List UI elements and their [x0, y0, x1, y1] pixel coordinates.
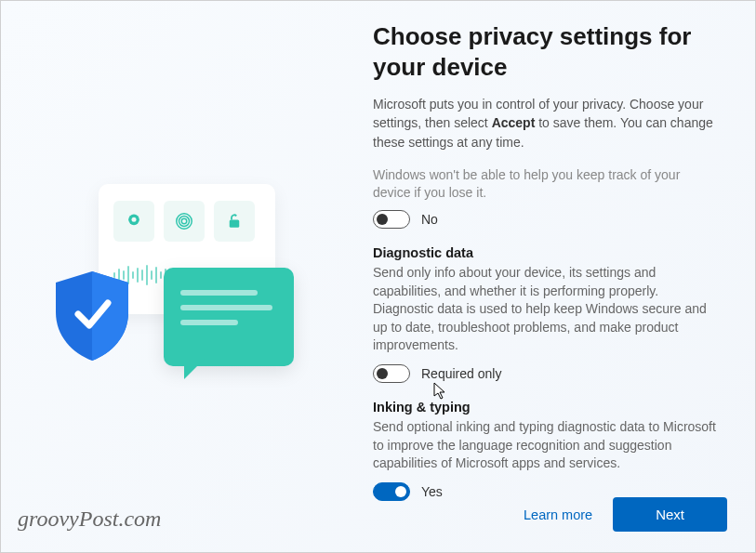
- illustration-pane: [1, 1, 345, 552]
- learn-more-link[interactable]: Learn more: [524, 507, 592, 522]
- find-my-device-toggle[interactable]: [373, 210, 410, 229]
- diagnostic-toggle[interactable]: [373, 364, 410, 383]
- svg-rect-5: [230, 219, 240, 227]
- unlock-icon: [214, 201, 255, 242]
- page-title: Choose privacy settings for your device: [373, 21, 718, 82]
- diagnostic-heading: Diagnostic data: [373, 245, 718, 260]
- intro-text: Microsoft puts you in control of your pr…: [373, 95, 718, 151]
- settings-scroll-area[interactable]: Windows won't be able to help you keep t…: [373, 166, 718, 552]
- content-pane: Choose privacy settings for your device …: [345, 1, 755, 552]
- svg-point-3: [179, 216, 190, 226]
- inking-label: Yes: [421, 484, 443, 499]
- diagnostic-desc: Send only info about your device, its se…: [373, 264, 718, 355]
- svg-point-4: [181, 218, 187, 224]
- inking-toggle[interactable]: [373, 482, 410, 501]
- privacy-illustration: [52, 184, 294, 407]
- chat-bubble-icon: [164, 268, 294, 366]
- shield-check-icon: [52, 270, 132, 362]
- fingerprint-icon: [164, 201, 205, 242]
- inking-desc: Send optional inking and typing diagnost…: [373, 418, 718, 473]
- find-my-device-desc: Windows won't be able to help you keep t…: [373, 166, 718, 203]
- location-pin-icon: [113, 201, 154, 242]
- next-button[interactable]: Next: [613, 497, 727, 532]
- diagnostic-label: Required only: [421, 366, 501, 381]
- watermark: groovyPost.com: [18, 507, 161, 532]
- find-my-device-label: No: [421, 212, 438, 227]
- inking-heading: Inking & typing: [373, 400, 718, 415]
- svg-point-1: [132, 217, 137, 221]
